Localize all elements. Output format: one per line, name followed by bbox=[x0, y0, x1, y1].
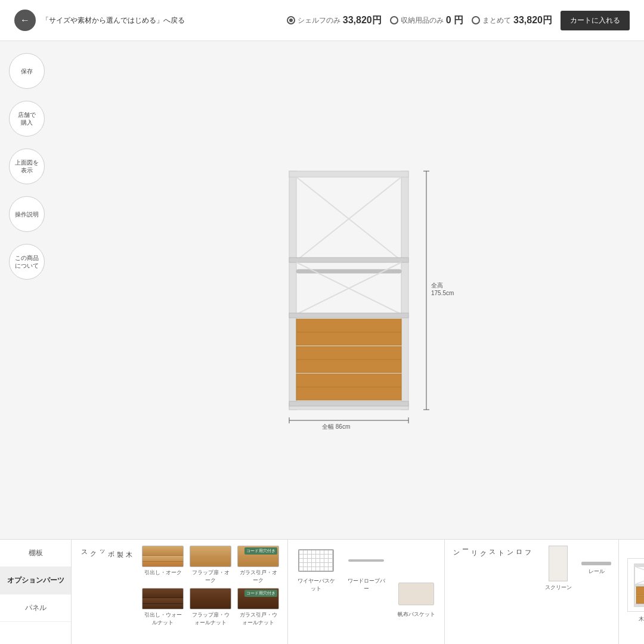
fabric-basket-item[interactable]: 帆布バスケット bbox=[395, 579, 437, 618]
svg-rect-1 bbox=[401, 171, 408, 410]
manual-button[interactable]: 操作説明 bbox=[9, 196, 45, 232]
wood-section-label: 木製ボックス bbox=[80, 546, 137, 555]
svg-rect-0 bbox=[289, 171, 296, 410]
wardrobe-bar-item[interactable]: ワードローブバー bbox=[345, 546, 387, 593]
wire-basket-name: ワイヤーバスケット bbox=[295, 577, 337, 593]
height-value: 175.5cm bbox=[431, 290, 454, 296]
save-button[interactable]: 保存 bbox=[9, 53, 45, 89]
walnut-glass-name: ガラス引戸・ウォールナット bbox=[237, 611, 279, 627]
rail-thumb bbox=[581, 562, 611, 565]
canvas-area: 全高 175.5cm 全幅 86cm bbox=[54, 41, 644, 539]
svg-rect-10 bbox=[289, 313, 408, 318]
height-label: 全高 bbox=[431, 282, 443, 289]
config-mini-shelf bbox=[633, 563, 644, 608]
oak-glass-thumb: コード用穴付き bbox=[237, 546, 279, 567]
walnut-drawer-thumb bbox=[142, 588, 184, 609]
svg-rect-27 bbox=[634, 603, 644, 606]
wardrobe-bar-thumb bbox=[345, 546, 387, 575]
nav-left: ← 「サイズや素材から選んではじめる」へ戻る bbox=[14, 10, 185, 31]
screen-thumb bbox=[549, 546, 568, 581]
rail-item[interactable]: レール bbox=[581, 546, 611, 575]
wood-items-grid: 引出し・オーク フラップ扉・オーク コード用穴付き ガラス引戸・オーク bbox=[142, 546, 279, 627]
total-price: 33,820円 bbox=[513, 14, 552, 27]
walnut-drawer-name: 引出し・ウォールナット bbox=[142, 611, 184, 627]
fabric-basket-name: 帆布バスケット bbox=[398, 611, 435, 618]
svg-rect-2 bbox=[289, 171, 408, 177]
svg-rect-25 bbox=[634, 564, 644, 567]
back-label: 「サイズや素材から選んではじめる」へ戻る bbox=[42, 16, 185, 26]
fabric-basket-visual bbox=[398, 583, 434, 605]
rail-name: レール bbox=[589, 568, 605, 575]
bottom-panel: 棚板 オプションパーツ パネル 木製ボックス 引出し・オーク bbox=[0, 539, 644, 644]
basket-wire-visual bbox=[298, 549, 334, 572]
oak-drawer-thumb bbox=[142, 546, 184, 567]
shelf-price: 33,820円 bbox=[343, 14, 382, 27]
wood-item-walnut-flap[interactable]: フラップ扉・ウォールナット bbox=[190, 588, 231, 627]
shelf-visualization: 全高 175.5cm 全幅 86cm bbox=[283, 165, 414, 416]
panel-tabs: 棚板 オプションパーツ パネル bbox=[0, 540, 72, 644]
left-sidebar: 保存 店舗で購入 上面図を表示 操作説明 この商品について bbox=[0, 41, 54, 539]
wood-item-walnut-glass[interactable]: コード用穴付き ガラス引戸・ウォールナット bbox=[237, 588, 279, 627]
svg-rect-30 bbox=[636, 587, 644, 595]
option-tab[interactable]: オプションパーツ bbox=[0, 567, 71, 595]
svg-rect-31 bbox=[636, 596, 644, 603]
code-badge-oak: コード用穴付き bbox=[244, 547, 277, 555]
main-area: 保存 店舗で購入 上面図を表示 操作説明 この商品について bbox=[0, 41, 644, 539]
walnut-flap-thumb bbox=[190, 588, 231, 609]
shelf-wrapper: 全高 175.5cm 全幅 86cm bbox=[283, 165, 414, 416]
storage-radio[interactable] bbox=[390, 16, 398, 24]
store-purchase-button[interactable]: 店舗で購入 bbox=[9, 101, 45, 137]
storage-price: 0 円 bbox=[446, 14, 463, 27]
width-label: 全幅 86cm bbox=[322, 423, 350, 430]
wood-item-oak-glass[interactable]: コード用穴付き ガラス引戸・オーク bbox=[237, 546, 279, 584]
front-screen-section: フロントスクリーン スクリーン レール bbox=[445, 540, 619, 644]
cart-button[interactable]: カートに入れる bbox=[561, 11, 630, 30]
config-thumb bbox=[627, 558, 644, 612]
config-label[interactable]: 木製収納ケースを配置する bbox=[639, 615, 644, 631]
wire-basket-thumb bbox=[295, 546, 337, 575]
other-section: ワイヤーバスケット ワードローブバー 帆布バスケット bbox=[288, 540, 445, 644]
oak-glass-name: ガラス引戸・オーク bbox=[237, 569, 279, 584]
total-radio[interactable] bbox=[472, 16, 480, 24]
wood-section: 木製ボックス 引出し・オーク フラップ扉・オーク bbox=[72, 540, 288, 644]
top-view-button[interactable]: 上面図を表示 bbox=[9, 148, 45, 184]
storage-label: 収納用品のみ bbox=[401, 16, 444, 26]
panel-content: 木製ボックス 引出し・オーク フラップ扉・オーク bbox=[72, 540, 644, 644]
walnut-glass-thumb: コード用穴付き bbox=[237, 588, 279, 609]
panel-tab-item[interactable]: パネル bbox=[0, 595, 71, 622]
oak-flap-name: フラップ扉・オーク bbox=[190, 569, 231, 584]
shelf-price-option[interactable]: シェルフのみ 33,820円 bbox=[287, 14, 382, 27]
wood-item-oak-drawer[interactable]: 引出し・オーク bbox=[142, 546, 184, 584]
code-badge-walnut: コード用穴付き bbox=[244, 590, 277, 597]
front-screen-label: フロントスクリーン bbox=[452, 546, 535, 555]
wood-item-oak-flap[interactable]: フラップ扉・オーク bbox=[190, 546, 231, 584]
back-button[interactable]: ← bbox=[14, 10, 36, 31]
nav-right: シェルフのみ 33,820円 収納用品のみ 0 円 まとめて 33,820円 カ… bbox=[287, 11, 630, 30]
oak-drawer-name: 引出し・オーク bbox=[144, 569, 182, 577]
wardrobe-bar-visual bbox=[348, 559, 384, 562]
oak-flap-thumb bbox=[190, 546, 231, 567]
wardrobe-bar-name: ワードローブバー bbox=[345, 577, 387, 593]
fabric-basket-thumb bbox=[395, 579, 437, 609]
shelf-radio[interactable] bbox=[287, 16, 295, 24]
about-button[interactable]: この商品について bbox=[9, 244, 45, 280]
total-price-option[interactable]: まとめて 33,820円 bbox=[472, 14, 552, 27]
wood-item-walnut-drawer[interactable]: 引出し・ウォールナット bbox=[142, 588, 184, 627]
svg-rect-17 bbox=[289, 401, 408, 406]
walnut-flap-name: フラップ扉・ウォールナット bbox=[190, 611, 231, 627]
top-nav: ← 「サイズや素材から選んではじめる」へ戻る シェルフのみ 33,820円 収納… bbox=[0, 0, 644, 41]
svg-rect-26 bbox=[634, 584, 644, 587]
storage-price-option[interactable]: 収納用品のみ 0 円 bbox=[390, 14, 463, 27]
svg-rect-6 bbox=[289, 258, 408, 262]
total-label: まとめて bbox=[482, 16, 511, 26]
shelf-label: シェルフのみ bbox=[298, 16, 340, 26]
wire-basket-item[interactable]: ワイヤーバスケット bbox=[295, 546, 337, 593]
screen-item[interactable]: スクリーン bbox=[543, 546, 573, 592]
screen-name: スクリーン bbox=[545, 584, 572, 592]
shelf-tab[interactable]: 棚板 bbox=[0, 540, 71, 567]
config-section[interactable]: 木製収納ケースを配置する bbox=[619, 540, 644, 644]
